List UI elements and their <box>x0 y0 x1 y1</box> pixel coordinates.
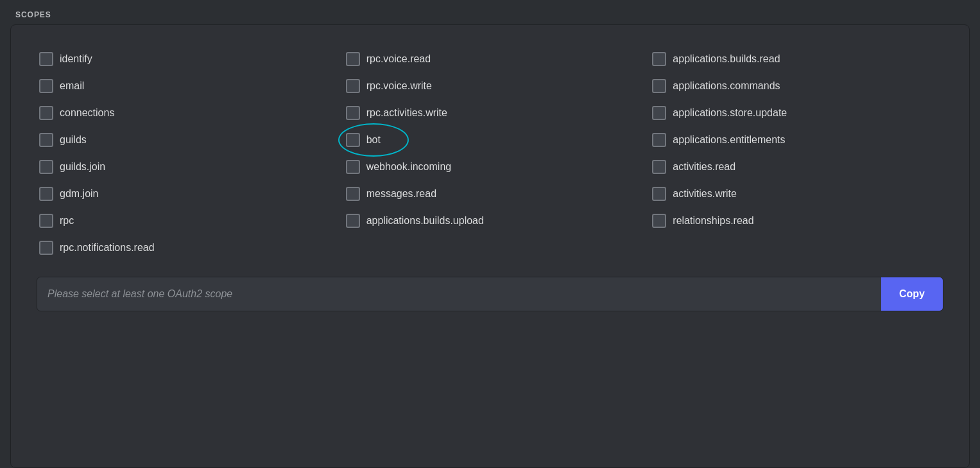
scope-item-bot: bot <box>343 126 637 153</box>
scope-item-connections: connections <box>37 100 331 126</box>
scope-item-activities.write: activities.write <box>649 180 943 207</box>
scope-label-guilds: guilds <box>60 134 87 146</box>
scope-item-applications.builds.read: applications.builds.read <box>649 46 943 73</box>
scope-item-guilds.join: guilds.join <box>37 153 331 180</box>
scope-checkbox-relationships.read[interactable] <box>652 214 666 228</box>
scope-label-identify: identify <box>60 53 92 65</box>
scope-checkbox-applications.builds.upload[interactable] <box>346 214 360 228</box>
scope-item-rpc: rpc <box>37 207 331 234</box>
scope-label-applications.commands: applications.commands <box>673 80 780 92</box>
scope-label-rpc.activities.write: rpc.activities.write <box>366 107 447 119</box>
scope-checkbox-applications.builds.read[interactable] <box>652 52 666 66</box>
scope-item-guilds: guilds <box>37 126 331 153</box>
scope-item-messages.read: messages.read <box>343 180 637 207</box>
scope-item-applications.builds.upload: applications.builds.upload <box>343 207 637 234</box>
scope-label-messages.read: messages.read <box>366 188 436 200</box>
scope-label-rpc.voice.read: rpc.voice.read <box>366 53 431 65</box>
scopes-container: identifyemailconnectionsguildsguilds.joi… <box>10 24 970 468</box>
scope-item-webhook.incoming: webhook.incoming <box>343 153 637 180</box>
scope-checkbox-identify[interactable] <box>39 52 53 66</box>
scope-label-rpc: rpc <box>60 215 74 227</box>
scope-label-rpc.notifications.read: rpc.notifications.read <box>60 242 155 254</box>
scope-label-activities.read: activities.read <box>673 161 735 173</box>
scope-item-applications.store.update: applications.store.update <box>649 100 943 126</box>
scope-checkbox-activities.write[interactable] <box>652 187 666 201</box>
scope-item-applications.commands: applications.commands <box>649 73 943 100</box>
scope-label-applications.builds.upload: applications.builds.upload <box>366 215 484 227</box>
scope-checkbox-activities.read[interactable] <box>652 160 666 174</box>
scope-item-rpc.voice.write: rpc.voice.write <box>343 73 637 100</box>
scope-label-activities.write: activities.write <box>673 188 737 200</box>
scope-item-rpc.notifications.read: rpc.notifications.read <box>37 234 331 261</box>
url-bar: Please select at least one OAuth2 scope … <box>37 277 943 311</box>
scope-checkbox-bot[interactable] <box>346 133 360 147</box>
scope-item-activities.read: activities.read <box>649 153 943 180</box>
scope-label-rpc.voice.write: rpc.voice.write <box>366 80 432 92</box>
scope-checkbox-webhook.incoming[interactable] <box>346 160 360 174</box>
scope-item-identify: identify <box>37 46 331 73</box>
scope-item-rpc.voice.read: rpc.voice.read <box>343 46 637 73</box>
scope-label-applications.entitlements: applications.entitlements <box>673 134 785 146</box>
scopes-section-label: SCOPES <box>0 0 980 24</box>
url-placeholder-text: Please select at least one OAuth2 scope <box>37 279 881 309</box>
scope-label-applications.builds.read: applications.builds.read <box>673 53 780 65</box>
scope-label-applications.store.update: applications.store.update <box>673 107 787 119</box>
scopes-column-2: rpc.voice.readrpc.voice.writerpc.activit… <box>343 46 637 261</box>
scope-checkbox-rpc[interactable] <box>39 214 53 228</box>
scope-checkbox-messages.read[interactable] <box>346 187 360 201</box>
scope-label-relationships.read: relationships.read <box>673 215 753 227</box>
scope-item-rpc.activities.write: rpc.activities.write <box>343 100 637 126</box>
scope-label-bot: bot <box>366 134 381 146</box>
scope-label-gdm.join: gdm.join <box>60 188 98 200</box>
scope-checkbox-guilds.join[interactable] <box>39 160 53 174</box>
scopes-column-1: identifyemailconnectionsguildsguilds.joi… <box>37 46 331 261</box>
scope-checkbox-applications.entitlements[interactable] <box>652 133 666 147</box>
scope-checkbox-applications.commands[interactable] <box>652 79 666 93</box>
scope-checkbox-guilds[interactable] <box>39 133 53 147</box>
scope-label-guilds.join: guilds.join <box>60 161 105 173</box>
scopes-grid: identifyemailconnectionsguildsguilds.joi… <box>37 46 943 261</box>
scope-checkbox-rpc.voice.read[interactable] <box>346 52 360 66</box>
copy-button[interactable]: Copy <box>881 277 943 311</box>
scope-item-gdm.join: gdm.join <box>37 180 331 207</box>
scope-label-webhook.incoming: webhook.incoming <box>366 161 452 173</box>
scope-checkbox-gdm.join[interactable] <box>39 187 53 201</box>
scope-item-applications.entitlements: applications.entitlements <box>649 126 943 153</box>
scope-checkbox-connections[interactable] <box>39 106 53 120</box>
scope-checkbox-rpc.activities.write[interactable] <box>346 106 360 120</box>
scopes-column-3: applications.builds.readapplications.com… <box>649 46 943 261</box>
scope-label-connections: connections <box>60 107 114 119</box>
scope-checkbox-rpc.notifications.read[interactable] <box>39 241 53 255</box>
scope-label-email: email <box>60 80 84 92</box>
scope-checkbox-applications.store.update[interactable] <box>652 106 666 120</box>
scope-item-relationships.read: relationships.read <box>649 207 943 234</box>
scope-checkbox-rpc.voice.write[interactable] <box>346 79 360 93</box>
scope-checkbox-email[interactable] <box>39 79 53 93</box>
scope-item-email: email <box>37 73 331 100</box>
